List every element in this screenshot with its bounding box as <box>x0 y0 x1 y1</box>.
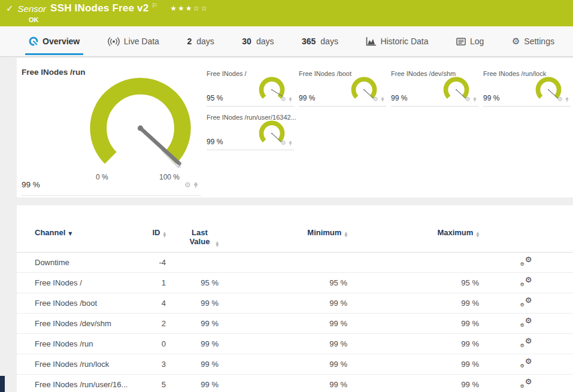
tab-live-data[interactable]: Live Data <box>104 26 163 56</box>
channel-minimum: 99 % <box>219 313 347 333</box>
pin-icon[interactable] <box>288 141 293 146</box>
tab-label: Log <box>470 37 484 46</box>
tab-label: Overview <box>43 37 80 46</box>
column-header-id[interactable]: ID▲▼ <box>140 223 166 252</box>
gauge-scale-max: 100 % <box>159 173 180 181</box>
table-row: Free INodes /run/user/16... 5 99 % 99 % … <box>17 374 573 392</box>
live-icon <box>108 37 120 46</box>
channel-name[interactable]: Downtime <box>17 252 140 272</box>
tab-2-days[interactable]: 2 days <box>183 26 217 56</box>
pin-icon[interactable] <box>565 97 569 102</box>
tab-label: days <box>320 37 338 46</box>
channel-minimum <box>219 252 347 272</box>
tab-number: 2 <box>187 37 192 46</box>
channel-gear-icon[interactable]: ⚙ <box>184 181 191 189</box>
channel-maximum: 99 % <box>347 374 479 392</box>
sort-icon: ▲▼ <box>344 231 347 237</box>
channel-name[interactable]: Free INodes /run/lock <box>17 354 140 374</box>
tab-365-days[interactable]: 365 days <box>298 26 342 56</box>
channel-settings-icon[interactable]: ⚙⚙ <box>520 317 532 327</box>
tab-30-days[interactable]: 30 days <box>238 26 277 56</box>
small-gauge-panel: Free INodes /boot 99 % ⚙ <box>299 70 386 107</box>
table-row: Free INodes /dev/shm 2 99 % 99 % 99 % ⚙⚙ <box>17 313 573 333</box>
channel-settings-icon[interactable]: ⚙⚙ <box>520 256 532 266</box>
channel-name[interactable]: Free INodes /dev/shm <box>17 313 140 333</box>
sensor-overview-page: ✓ Sensor SSH INodes Free v2 ⚐ ★★★☆☆ OK O… <box>0 0 573 392</box>
settings-icon: ⚙ <box>512 37 520 46</box>
channel-last-value: 99 % <box>166 333 219 354</box>
gauge-icon <box>29 37 38 46</box>
status-ok-check-icon: ✓ <box>6 3 14 14</box>
tab-settings[interactable]: ⚙ Settings <box>508 26 558 56</box>
pin-icon[interactable] <box>193 182 199 189</box>
channel-settings-icon[interactable]: ⚙⚙ <box>520 358 532 368</box>
channel-maximum: 95 % <box>347 272 479 293</box>
channel-id: 1 <box>140 272 166 293</box>
sort-icon: ▲▼ <box>163 231 166 237</box>
main-gauge-title: Free INodes /run <box>22 68 86 77</box>
channel-name[interactable]: Free INodes /run/user/16... <box>17 374 140 392</box>
channel-id: 0 <box>140 333 166 354</box>
gauges-card: Free INodes /run 0 % 100 % x̄ 99 % ⚙ Fre… <box>17 58 573 197</box>
channel-maximum: 99 % <box>347 293 479 313</box>
channel-minimum: 99 % <box>219 374 347 392</box>
sort-icon: ▲▼ <box>476 231 479 237</box>
stars-filled: ★★★ <box>170 4 193 13</box>
pin-icon[interactable] <box>380 97 385 102</box>
channel-table-card: Channel▼ ID▲▼ Last Value▲▼ Minimum▲▼ Max… <box>17 205 573 392</box>
tab-label: Historic Data <box>380 37 428 46</box>
channel-maximum: 99 % <box>347 354 479 374</box>
table-row: Downtime -4 ⚙⚙ <box>17 252 573 272</box>
main-gauge-value: 99 % <box>22 180 40 189</box>
tab-log[interactable]: Log <box>453 26 487 56</box>
historic-icon <box>366 37 376 46</box>
small-gauge-panel: Free INodes /run/user/16342... 99 % ⚙ <box>207 114 294 150</box>
table-row: Free INodes /boot 4 99 % 99 % 99 % ⚙⚙ <box>17 293 573 313</box>
channel-id: -4 <box>140 252 166 272</box>
pin-icon[interactable] <box>472 97 477 102</box>
channel-id: 2 <box>140 313 166 333</box>
sort-icon: ▲▼ <box>216 241 219 247</box>
small-gauge-panel: Free INodes /run/lock 99 % ⚙ <box>483 70 571 107</box>
tab-overview[interactable]: Overview <box>25 26 83 56</box>
channel-minimum: 99 % <box>219 293 347 313</box>
sensor-header: ✓ Sensor SSH INodes Free v2 ⚐ ★★★☆☆ OK <box>0 0 573 26</box>
channel-gear-icon[interactable]: ⚙ <box>465 96 471 102</box>
sensor-title: SSH INodes Free v2 <box>50 2 148 14</box>
channel-name[interactable]: Free INodes /run <box>17 333 140 354</box>
object-kind-label: Sensor <box>18 4 47 14</box>
flag-icon[interactable]: ⚐ <box>151 2 157 10</box>
channel-settings-icon[interactable]: ⚙⚙ <box>520 297 532 307</box>
channel-settings-icon[interactable]: ⚙⚙ <box>520 338 532 348</box>
channel-last-value: 99 % <box>166 293 219 313</box>
channel-gear-icon[interactable]: ⚙ <box>281 96 286 102</box>
main-gauge-panel: Free INodes /run 0 % 100 % x̄ 99 % ⚙ <box>17 58 204 197</box>
channel-gear-icon[interactable]: ⚙ <box>281 140 286 146</box>
mean-marker: x̄ <box>178 162 181 169</box>
column-header-settings <box>479 223 573 252</box>
pin-icon[interactable] <box>288 97 293 102</box>
divider <box>22 195 201 196</box>
small-gauge-value: 95 % <box>207 94 223 102</box>
column-header-maximum[interactable]: Maximum▲▼ <box>347 223 479 252</box>
small-gauge-panel: Free INodes / 95 % ⚙ <box>207 70 294 107</box>
small-gauge-value: 99 % <box>391 94 407 102</box>
channel-gear-icon[interactable]: ⚙ <box>557 96 563 102</box>
column-header-channel[interactable]: Channel▼ <box>17 223 140 252</box>
channel-gear-icon[interactable]: ⚙ <box>373 96 378 102</box>
tab-bar: Overview Live Data 2 days 30 days 365 da… <box>0 26 573 57</box>
stars-empty: ☆☆ <box>193 4 209 13</box>
tab-historic-data[interactable]: Historic Data <box>362 26 432 56</box>
channel-settings-icon[interactable]: ⚙⚙ <box>520 276 532 287</box>
channel-name[interactable]: Free INodes /boot <box>17 293 140 313</box>
channel-name[interactable]: Free INodes / <box>17 272 140 293</box>
priority-stars[interactable]: ★★★☆☆ <box>170 4 208 13</box>
channel-minimum: 99 % <box>219 354 347 374</box>
tab-label: Settings <box>524 37 554 46</box>
channel-settings-icon[interactable]: ⚙⚙ <box>520 378 532 388</box>
channel-last-value <box>166 252 219 272</box>
column-header-last-value[interactable]: Last Value▲▼ <box>166 223 219 252</box>
channel-table: Channel▼ ID▲▼ Last Value▲▼ Minimum▲▼ Max… <box>17 223 573 392</box>
column-header-minimum[interactable]: Minimum▲▼ <box>219 223 347 252</box>
channel-maximum: 99 % <box>347 313 479 333</box>
